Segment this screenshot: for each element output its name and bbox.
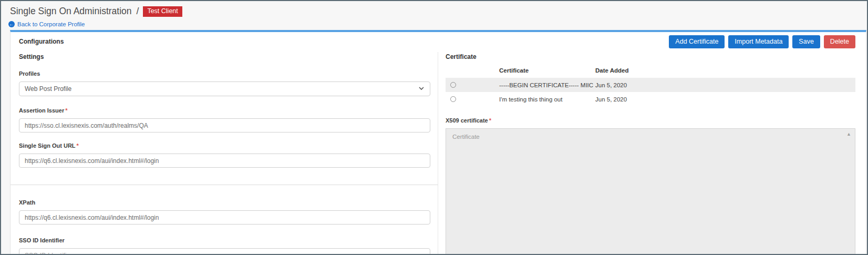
date-added-cell: Jun 5, 2020 [593,96,855,103]
single-sign-out-url-label: Single Sign Out URL* [19,142,430,149]
xpath-input[interactable] [19,210,430,225]
certificate-column: Certificate Certificate Date Added -----… [438,52,866,254]
page-header: Single Sign On Administration / Test Cli… [1,1,867,30]
date-added-column-header: Date Added [593,67,855,74]
single-sign-out-url-input[interactable] [19,154,430,168]
xpath-field-group: XPath [19,199,430,225]
settings-divider [11,185,438,185]
settings-column: Settings Profiles Web Post Profile Asser… [11,52,438,254]
date-added-cell: Jun 5, 2020 [593,82,855,88]
card-header: Configurations Add Certificate Import Me… [11,32,866,52]
sso-id-identifier-input[interactable] [19,248,430,255]
title-separator: / [137,6,139,17]
x509-certificate-textarea[interactable]: Certificate ▲ [446,128,855,255]
single-sign-out-url-field-group: Single Sign Out URL* [19,142,430,168]
table-row[interactable]: I'm testing this thing out Jun 5, 2020 [446,92,855,106]
sso-id-identifier-field-group: SSO ID Identifier [19,237,430,255]
assertion-issuer-field-group: Assertion Issuer* [19,107,430,132]
client-badge: Test Client [143,6,182,17]
assertion-issuer-label: Assertion Issuer* [19,107,430,114]
certificate-column-header: Certificate [497,67,593,74]
certificate-table-header: Certificate Date Added [446,64,855,77]
required-marker: * [489,117,491,124]
scroll-up-icon[interactable]: ▲ [846,131,851,137]
page-title: Single Sign On Administration [10,6,132,17]
toolbar: Add Certificate Import Metadata Save Del… [665,35,855,48]
certificate-table: Certificate Date Added -----BEGIN CERTIF… [446,64,855,106]
x509-placeholder: Certificate [452,134,480,140]
xpath-label: XPath [19,199,430,206]
certificate-heading: Certificate [446,53,855,60]
certificate-cell: -----BEGIN CERTIFICATE----- MIICkzCCA... [497,82,593,88]
profiles-label: Profiles [19,70,430,77]
certificate-radio[interactable] [450,96,456,102]
required-marker: * [77,142,79,149]
sso-id-identifier-label: SSO ID Identifier [19,237,430,243]
x509-certificate-field-group: X509 certificate* Certificate ▲ [446,117,855,255]
back-link-label[interactable]: Back to Corporate Profile [17,21,85,27]
content-columns: Settings Profiles Web Post Profile Asser… [11,52,866,254]
required-marker: * [65,107,67,114]
settings-heading: Settings [19,53,430,60]
certificate-cell: I'm testing this thing out [497,96,593,103]
certificate-radio[interactable] [450,82,456,88]
import-metadata-button[interactable]: Import Metadata [728,35,789,48]
back-arrow-icon: ← [8,21,15,27]
configurations-card: Configurations Add Certificate Import Me… [10,30,866,254]
assertion-issuer-input[interactable] [19,118,430,132]
add-certificate-button[interactable]: Add Certificate [669,35,725,48]
title-row: Single Sign On Administration / Test Cli… [10,6,867,17]
configurations-heading: Configurations [19,38,64,45]
back-to-corporate-profile-link[interactable]: ← Back to Corporate Profile [8,21,867,27]
delete-button[interactable]: Delete [824,35,855,48]
x509-certificate-label: X509 certificate* [446,117,855,124]
save-button[interactable]: Save [792,35,820,48]
profiles-field-group: Profiles Web Post Profile [19,70,430,96]
table-row[interactable]: -----BEGIN CERTIFICATE----- MIICkzCCA...… [446,78,855,92]
profiles-select[interactable]: Web Post Profile [19,81,430,96]
